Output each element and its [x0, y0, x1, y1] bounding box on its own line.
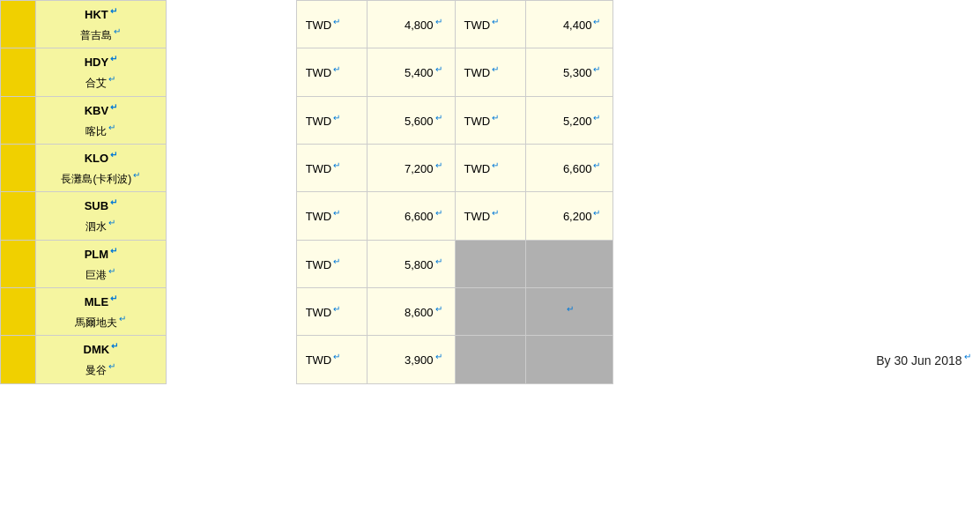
dest-code: HKT↵: [43, 4, 159, 25]
price-2: [525, 240, 613, 287]
yellow-bar-cell: [1, 96, 36, 144]
rest-cell: [613, 287, 980, 335]
yellow-bar-cell: [1, 287, 36, 335]
destination-cell: SUB↵泗水↵: [35, 192, 166, 240]
dest-name: 曼谷↵: [43, 360, 159, 379]
currency-2: TWD↵: [455, 144, 525, 191]
main-container: DT. HKT↵普吉島↵TWD↵4,800↵TWD↵4,400↵HDY↵合艾↵T…: [0, 0, 980, 520]
price-1: 4,800↵: [367, 1, 455, 48]
dest-code: KBV↵: [43, 100, 159, 121]
price-2: ↵: [525, 287, 613, 335]
currency-2: [455, 287, 525, 335]
rest-cell: [613, 48, 980, 96]
rest-cell: [613, 240, 980, 287]
yellow-bar-cell: [1, 144, 36, 191]
dest-name: 長灘島(卡利波)↵: [43, 168, 159, 188]
currency-1: TWD↵: [296, 287, 367, 335]
rest-cell: [613, 96, 980, 144]
price-1: 5,800↵: [367, 240, 455, 287]
dest-code: MLE↵: [43, 292, 159, 312]
spacer-cell: [166, 48, 296, 96]
currency-2: TWD↵: [455, 192, 525, 240]
currency-1: TWD↵: [296, 48, 367, 96]
currency-1: TWD↵: [296, 96, 367, 144]
destination-cell: KLO↵長灘島(卡利波)↵: [35, 144, 166, 191]
currency-1: TWD↵: [296, 240, 367, 287]
price-1: 3,900↵: [367, 336, 455, 383]
table-row: DMK↵曼谷↵TWD↵3,900↵By 30 Jun 2018↵: [1, 336, 980, 383]
spacer-cell: [166, 144, 296, 191]
currency-1: TWD↵: [296, 192, 367, 240]
spacer-cell: [166, 1, 296, 48]
footer-note-inline: By 30 Jun 2018↵: [876, 353, 970, 368]
table-row: MLE↵馬爾地夫↵TWD↵8,600↵↵: [1, 287, 980, 335]
rest-cell: [613, 144, 980, 191]
spacer-cell: [166, 96, 296, 144]
yellow-bar-cell: [1, 192, 36, 240]
yellow-bar-cell: [1, 48, 36, 96]
spacer-cell: [166, 192, 296, 240]
yellow-bar-cell: [1, 336, 36, 383]
currency-2: TWD↵: [455, 1, 525, 48]
dest-code: DMK↵: [43, 339, 159, 360]
table-row: HDY↵合艾↵TWD↵5,400↵TWD↵5,300↵: [1, 48, 980, 96]
price-2: 6,600↵: [525, 144, 613, 191]
price-2: [525, 336, 613, 383]
currency-2: TWD↵: [455, 96, 525, 144]
dest-name: 泗水↵: [43, 216, 159, 235]
currency-2: [455, 336, 525, 383]
table-row: HKT↵普吉島↵TWD↵4,800↵TWD↵4,400↵: [1, 1, 980, 48]
spacer-cell: [166, 240, 296, 287]
currency-1: TWD↵: [296, 144, 367, 191]
dest-name: 喀比↵: [43, 121, 159, 140]
dest-code: PLM↵: [43, 244, 159, 264]
currency-1: TWD↵: [296, 336, 367, 383]
price-2: 5,200↵: [525, 96, 613, 144]
dest-name: 合艾↵: [43, 72, 159, 92]
rest-cell: [613, 192, 980, 240]
currency-2: [455, 240, 525, 287]
price-2: 4,400↵: [525, 1, 613, 48]
table-row: KLO↵長灘島(卡利波)↵TWD↵7,200↵TWD↵6,600↵: [1, 144, 980, 191]
rest-cell: By 30 Jun 2018↵: [613, 336, 980, 383]
destination-cell: DMK↵曼谷↵: [35, 336, 166, 383]
price-2: 5,300↵: [525, 48, 613, 96]
dest-code: HDY↵: [43, 52, 159, 72]
destination-cell: HDY↵合艾↵: [35, 48, 166, 96]
table-row: KBV↵喀比↵TWD↵5,600↵TWD↵5,200↵: [1, 96, 980, 144]
currency-2: TWD↵: [455, 48, 525, 96]
destination-cell: KBV↵喀比↵: [35, 96, 166, 144]
dest-name: 普吉島↵: [43, 25, 159, 44]
dest-name: 巨港↵: [43, 264, 159, 284]
price-2: 6,200↵: [525, 192, 613, 240]
price-1: 6,600↵: [367, 192, 455, 240]
dest-name: 馬爾地夫↵: [43, 312, 159, 331]
price-1: 5,600↵: [367, 96, 455, 144]
price-table: HKT↵普吉島↵TWD↵4,800↵TWD↵4,400↵HDY↵合艾↵TWD↵5…: [0, 0, 980, 384]
destination-cell: PLM↵巨港↵: [35, 240, 166, 287]
destination-cell: MLE↵馬爾地夫↵: [35, 287, 166, 335]
currency-1: TWD↵: [296, 1, 367, 48]
destination-cell: HKT↵普吉島↵: [35, 1, 166, 48]
price-1: 7,200↵: [367, 144, 455, 191]
yellow-bar-cell: [1, 1, 36, 48]
rest-cell: [613, 1, 980, 48]
dest-code: KLO↵: [43, 148, 159, 168]
table-row: SUB↵泗水↵TWD↵6,600↵TWD↵6,200↵: [1, 192, 980, 240]
table-row: PLM↵巨港↵TWD↵5,800↵: [1, 240, 980, 287]
price-1: 5,400↵: [367, 48, 455, 96]
yellow-bar-cell: [1, 240, 36, 287]
spacer-cell: [166, 336, 296, 383]
price-1: 8,600↵: [367, 287, 455, 335]
spacer-cell: [166, 287, 296, 335]
dest-code: SUB↵: [43, 196, 159, 216]
